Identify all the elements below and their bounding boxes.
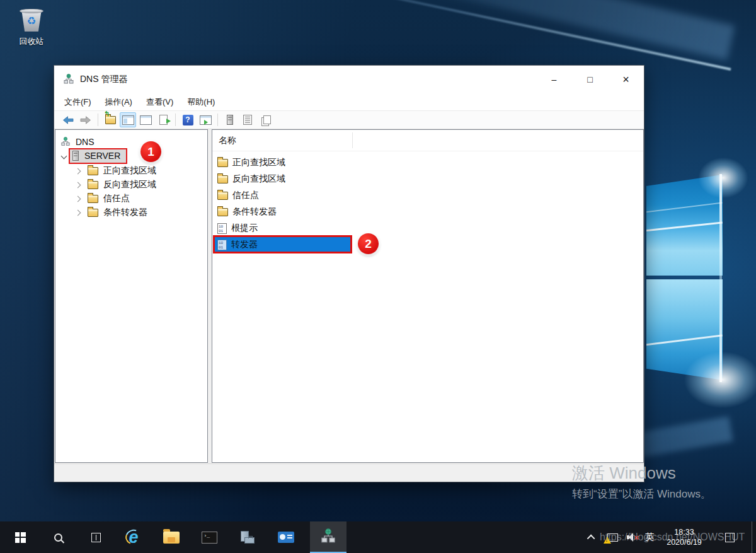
tree-item-reverse-lookup-zones[interactable]: 反向查找区域 (55, 178, 206, 192)
tree-item-dns-root[interactable]: DNS (55, 135, 206, 149)
maximize-button[interactable]: □ (572, 66, 608, 93)
action-center-button[interactable] (719, 521, 740, 553)
dns-manager-taskbar-button[interactable] (310, 521, 346, 553)
list-item-trust-points[interactable]: 信任点 (214, 187, 259, 204)
desktop: ♻ 回收站 DNS 管理器 – □ × 文件(F) 操作(A) 查看(V) (0, 0, 756, 553)
dns-app-icon (63, 74, 74, 85)
toolbar: ↰ ? (54, 110, 644, 129)
chevron-right-icon[interactable] (75, 195, 81, 202)
file-explorer-button[interactable] (156, 521, 186, 553)
show-desktop-button[interactable] (752, 521, 756, 553)
menu-file[interactable]: 文件(F) (57, 93, 98, 110)
list-item-label: 根提示 (231, 223, 258, 234)
folder-icon (217, 175, 228, 183)
properties-icon[interactable] (137, 112, 154, 127)
taskbar: e ›_ (0, 521, 756, 553)
activation-line-2: 转到“设置”以激活 Windows。 (572, 487, 711, 501)
list-item-label: 正向查找区域 (232, 157, 285, 168)
tree-item-label: 条件转发器 (103, 207, 147, 218)
start-button[interactable] (5, 521, 35, 553)
ime-language-button[interactable]: 英 (641, 521, 658, 553)
list-item-reverse-lookup-zones[interactable]: 反向查找区域 (214, 171, 285, 187)
folder-icon (217, 208, 228, 216)
command-prompt-button[interactable]: ›_ (194, 521, 224, 553)
ime-label: 英 (645, 532, 654, 543)
tree-item-server[interactable]: SERVER (55, 149, 206, 163)
folder-icon (217, 192, 228, 200)
search-icon (54, 533, 62, 542)
recycle-arrows-icon: ♻ (18, 15, 45, 28)
server-selected-highlight[interactable]: SERVER (70, 149, 126, 163)
tree-item-label: 反向查找区域 (103, 179, 156, 190)
minimize-button[interactable]: – (536, 66, 572, 93)
internet-explorer-icon: e (129, 529, 138, 546)
menu-view[interactable]: 查看(V) (139, 93, 180, 110)
back-icon[interactable] (60, 112, 76, 127)
list-item-label: 信任点 (232, 190, 259, 201)
copy-pages-icon (261, 115, 270, 125)
task-view-button[interactable] (81, 521, 111, 553)
wallpaper-light-beam (175, 0, 735, 60)
server-manager-icon (239, 531, 255, 544)
list-column-header[interactable]: 名称 (212, 130, 643, 151)
speaker-muted-icon: × (627, 533, 638, 542)
new-window-icon[interactable] (197, 112, 214, 127)
file-explorer-icon (163, 532, 180, 544)
column-header-name[interactable]: 名称 (219, 135, 236, 146)
export-page-icon (159, 115, 168, 125)
clock-time: 18:33 (658, 527, 711, 537)
close-button[interactable]: × (608, 66, 644, 93)
command-prompt-icon: ›_ (202, 532, 217, 544)
menu-help[interactable]: 帮助(H) (180, 93, 222, 110)
chevron-right-icon[interactable] (75, 182, 81, 188)
wallpaper-windows-logo-bottom-pane (646, 279, 723, 382)
list-item-conditional-forwarders[interactable]: 条件转发器 (214, 204, 277, 220)
chevron-down-icon[interactable] (61, 153, 67, 159)
network-status-button[interactable] (602, 521, 622, 553)
forward-icon[interactable] (77, 112, 94, 127)
results-list-panel: 名称 正向查找区域 反向查找区域 信任点 条件转发器 1001 根提示 (212, 129, 644, 463)
up-one-level-icon[interactable]: ↰ (102, 112, 118, 127)
help-icon[interactable]: ? (180, 112, 196, 127)
list-item-root-hints[interactable]: 1001 根提示 (214, 220, 258, 236)
tree-item-conditional-forwarders[interactable]: 条件转发器 (55, 206, 206, 219)
show-console-tree-icon[interactable] (120, 112, 136, 127)
list-item-label: 转发器 (231, 239, 258, 250)
window-play-icon (200, 115, 212, 125)
volume-button[interactable]: × (624, 521, 641, 553)
list-item-forward-lookup-zones[interactable]: 正向查找区域 (214, 154, 285, 171)
copy-icon[interactable] (257, 112, 273, 127)
folder-icon (88, 195, 98, 203)
tree-item-trust-points[interactable]: 信任点 (55, 192, 206, 206)
up-arrow-icon: ↰ (104, 110, 110, 118)
action-center-icon (725, 533, 735, 542)
server-status-icon[interactable] (222, 112, 238, 127)
server-manager-button[interactable] (232, 521, 262, 553)
column-divider[interactable] (352, 132, 353, 148)
internet-explorer-button[interactable]: e (118, 521, 149, 553)
taskbar-clock[interactable]: 18:33 2020/6/19 (658, 521, 711, 553)
list-item-forwarders-selected[interactable]: 1001 转发器 (214, 236, 352, 253)
recycle-bin-shortcut[interactable]: ♻ 回收站 (9, 6, 54, 47)
chevron-right-icon[interactable] (75, 209, 81, 216)
chevron-right-icon[interactable] (75, 168, 81, 174)
tree-item-label: 信任点 (103, 193, 130, 204)
window-titlebar: DNS 管理器 – □ × (54, 66, 644, 93)
folder-icon (88, 167, 98, 175)
folder-icon (217, 159, 228, 167)
folder-icon (88, 209, 98, 217)
chevron-up-icon (587, 534, 595, 542)
tree-item-forward-lookup-zones[interactable]: 正向查找区域 (55, 164, 206, 178)
search-button[interactable] (43, 521, 73, 553)
window-controls: – □ × (536, 66, 644, 93)
toolbar-separator (217, 114, 218, 126)
export-list-icon[interactable] (155, 112, 171, 127)
list-view-icon[interactable] (239, 112, 256, 127)
menu-action[interactable]: 操作(A) (98, 93, 139, 110)
show-hidden-icons-button[interactable] (582, 521, 601, 553)
list-item-label: 反向查找区域 (232, 173, 285, 185)
system-tools-button[interactable] (271, 521, 301, 553)
windows-logo-icon (15, 532, 26, 543)
wallpaper-light-beam (219, 0, 731, 71)
zone-page-icon: 1001 (217, 223, 227, 234)
